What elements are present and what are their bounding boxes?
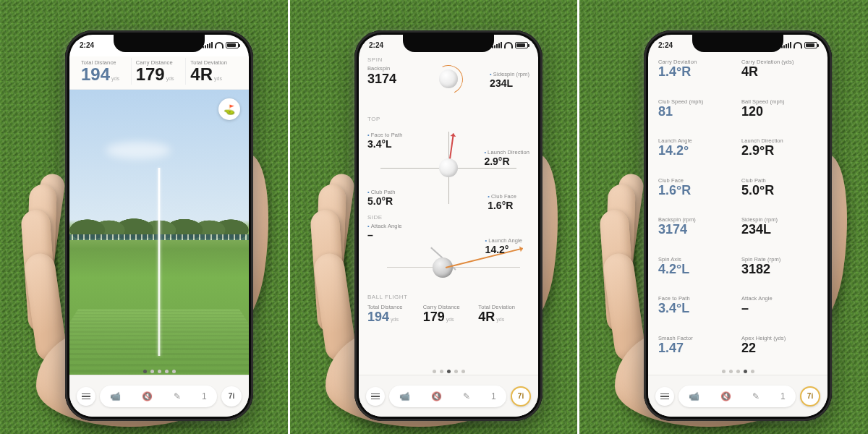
page-indicator[interactable] [69, 370, 249, 373]
side-view-diagram: Attack Angle – Launch Angle 14.2° [367, 223, 529, 292]
notch [692, 35, 783, 52]
shot-count[interactable]: 1 [491, 391, 496, 401]
metric-launch-direction[interactable]: Launch Direction 2.9°R [484, 149, 529, 167]
page-indicator[interactable] [648, 370, 827, 373]
phone-frame: 2:24 SPIN Backspin 3174 [354, 30, 542, 421]
metric-smash-factor[interactable]: Smash Factor1.47 [657, 334, 736, 374]
top-view-diagram: Face to Path 3.4°L Launch Direction 2.9°… [367, 124, 529, 211]
metric-carry-distance[interactable]: Carry Distance 179yds [423, 304, 475, 323]
section-side: SIDE [367, 214, 538, 221]
metric-carry-distance[interactable]: Carry Distance 179yds [133, 58, 187, 85]
metric-backspin[interactable]: Backspin 3174 [367, 65, 396, 87]
bottom-dock: 📹 🔇 ✎ 1 7i [359, 375, 538, 417]
panel-divider [288, 0, 290, 434]
bottom-dock: 📹 🔇 ✎ 1 7i [69, 375, 249, 417]
dock-pill[interactable]: 📹 🔇 ✎ 1 [100, 386, 217, 407]
shot-trajectory [158, 168, 161, 356]
video-off-icon[interactable]: 📹 [399, 391, 410, 401]
metric-spin-rate[interactable]: Spin Rate (rpm)3182 [740, 255, 819, 295]
phone-frame: 2:24 Carry Deviation1.4°R Carry Deviatio… [644, 30, 832, 421]
spin-diagram: Backspin 3174 Sidespin (rpm) 234L [367, 65, 529, 116]
metric-face-to-path[interactable]: Face to Path3.4°L [657, 294, 736, 334]
hand-photo: 2:24 Carry Deviation1.4°R Carry Deviatio… [593, 22, 854, 427]
dock-pill[interactable]: 📹 🔇 ✎ 1 [678, 386, 796, 407]
ball-icon [439, 69, 458, 88]
metric-backspin[interactable]: Backspin (rpm)3174 [657, 216, 736, 255]
video-off-icon[interactable]: 📹 [689, 391, 699, 401]
menu-button[interactable] [77, 387, 95, 406]
phone-screen[interactable]: 2:24 Total Distance 194yds C [69, 35, 249, 417]
metric-launch-angle[interactable]: Launch Angle14.2° [657, 137, 736, 176]
edit-icon[interactable]: ✎ [463, 391, 470, 401]
bottom-dock: 📹 🔇 ✎ 1 7i [648, 375, 827, 417]
metric-total-distance[interactable]: Total Distance 194yds [78, 58, 132, 85]
metric-sidespin[interactable]: Sidespin (rpm) 234L [490, 71, 529, 89]
club-selector[interactable]: 7i [221, 386, 242, 407]
menu-icon [371, 393, 380, 399]
sound-off-icon[interactable]: 🔇 [142, 391, 153, 401]
menu-icon [82, 393, 90, 399]
notch [403, 35, 494, 52]
metric-ball-speed[interactable]: Ball Speed (mph)120 [740, 98, 819, 137]
section-ball-flight: BALL FLIGHT [367, 294, 538, 300]
metric-attack-angle[interactable]: Attack Angle– [740, 294, 819, 334]
ball-icon [439, 158, 458, 177]
metric-spin-axis[interactable]: Spin Axis4.2°L [657, 255, 736, 295]
shot-count[interactable]: 1 [780, 391, 786, 401]
shot-count[interactable]: 1 [202, 391, 207, 401]
panel-divider [577, 0, 579, 434]
battery-icon [515, 42, 528, 48]
menu-button[interactable] [366, 387, 385, 406]
edit-icon[interactable]: ✎ [174, 391, 181, 401]
menu-icon [660, 393, 669, 399]
flag-icon: ⛳ [224, 104, 235, 115]
wifi-icon [215, 42, 224, 48]
video-off-icon[interactable]: 📹 [110, 391, 121, 401]
metric-apex-height[interactable]: Apex Height (yds)22 [740, 334, 819, 374]
section-spin: SPIN [367, 56, 538, 63]
club-selector[interactable]: 7i [800, 386, 820, 407]
shot-3d-view[interactable]: ⛳ [69, 90, 249, 379]
page-indicator[interactable] [359, 370, 538, 373]
metric-total-deviation[interactable]: Total Deviation 4Ryds [478, 304, 529, 323]
metric-sidespin[interactable]: Sidespin (rpm)234L [740, 216, 819, 255]
ball-flight-metrics: Total Distance 194yds Carry Distance 179… [359, 302, 538, 325]
club-selector[interactable]: 7i [511, 386, 531, 407]
phone-frame: 2:24 Total Distance 194yds C [65, 30, 253, 421]
metric-club-face[interactable]: Club Face1.6°R [657, 176, 736, 216]
dock-pill[interactable]: 📹 🔇 ✎ 1 [389, 386, 506, 407]
menu-button[interactable] [655, 387, 674, 406]
metric-club-path[interactable]: Club Path 5.0°R [367, 189, 396, 207]
stats-grid[interactable]: Carry Deviation1.4°R Carry Deviation (yd… [648, 56, 827, 375]
status-time: 2:24 [369, 41, 383, 49]
metric-total-distance[interactable]: Total Distance 194yds [367, 304, 419, 323]
clubhead-icon [433, 258, 453, 278]
phone-screen[interactable]: 2:24 SPIN Backspin 3174 [359, 35, 538, 417]
battery-icon [804, 42, 817, 48]
metric-launch-direction[interactable]: Launch Direction2.9°R [740, 137, 819, 176]
metric-launch-angle[interactable]: Launch Angle 14.2° [485, 237, 522, 255]
wifi-icon [504, 42, 513, 48]
metric-total-deviation[interactable]: Total Deviation 4Ryds [187, 58, 240, 85]
metric-club-speed[interactable]: Club Speed (mph)81 [657, 98, 736, 137]
metric-face-to-path[interactable]: Face to Path 3.4°L [367, 132, 402, 150]
status-time: 2:24 [80, 41, 94, 49]
wifi-icon [793, 42, 802, 48]
notch [114, 35, 205, 52]
battery-icon [226, 42, 239, 48]
target-flag-button[interactable]: ⛳ [218, 98, 240, 120]
metric-carry-deviation-deg[interactable]: Carry Deviation1.4°R [657, 58, 736, 98]
status-time: 2:24 [658, 41, 673, 49]
hand-photo: 2:24 Total Distance 194yds C [14, 22, 275, 427]
metric-club-path[interactable]: Club Path5.0°R [740, 176, 819, 216]
metric-carry-deviation-yds[interactable]: Carry Deviation (yds)4R [740, 58, 819, 98]
metric-club-face[interactable]: Club Face 1.6°R [488, 193, 516, 211]
phone-screen[interactable]: 2:24 Carry Deviation1.4°R Carry Deviatio… [648, 35, 827, 417]
summary-metrics: Total Distance 194yds Carry Distance 179… [69, 56, 249, 90]
sound-off-icon[interactable]: 🔇 [720, 391, 731, 401]
sound-off-icon[interactable]: 🔇 [431, 391, 442, 401]
hand-photo: 2:24 SPIN Backspin 3174 [304, 22, 564, 427]
edit-icon[interactable]: ✎ [752, 391, 760, 401]
section-top: TOP [367, 116, 538, 122]
metric-attack-angle[interactable]: Attack Angle – [367, 223, 402, 241]
